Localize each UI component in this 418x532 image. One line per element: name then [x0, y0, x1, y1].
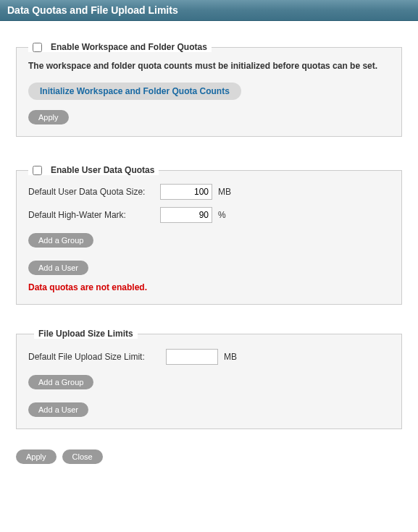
high-water-input[interactable]: [160, 207, 212, 223]
upload-add-user-button[interactable]: Add a User: [28, 402, 88, 417]
high-water-row: Default High-Water Mark: %: [28, 207, 390, 223]
workspace-info-text: The workspace and folder quota counts mu…: [28, 61, 390, 71]
quota-size-row: Default User Data Quota Size: MB: [28, 184, 390, 200]
workspace-panel-title: Enable Workspace and Folder Quotas: [51, 42, 207, 52]
user-quota-panel: Enable User Data Quotas Default User Dat…: [16, 170, 402, 305]
user-panel-title: Enable User Data Quotas: [51, 165, 154, 175]
workspace-quota-panel: Enable Workspace and Folder Quotas The w…: [16, 47, 402, 137]
page-header: Data Quotas and File Upload Limits: [0, 0, 418, 21]
quota-size-label: Default User Data Quota Size:: [28, 187, 160, 197]
high-water-label: Default High-Water Mark:: [28, 210, 160, 220]
upload-add-group-button[interactable]: Add a Group: [28, 375, 93, 389]
workspace-panel-header: Enable Workspace and Folder Quotas: [28, 42, 390, 52]
footer-apply-button[interactable]: Apply: [16, 449, 57, 464]
upload-limit-row: Default File Upload Size Limit: MB: [28, 349, 390, 365]
content-area: Enable Workspace and Folder Quotas The w…: [0, 21, 418, 477]
footer-buttons: Apply Close: [16, 449, 402, 464]
page-title: Data Quotas and File Upload Limits: [7, 4, 178, 16]
upload-limit-input[interactable]: [166, 349, 218, 365]
user-add-user-button[interactable]: Add a User: [28, 261, 88, 275]
footer-close-button[interactable]: Close: [62, 449, 103, 464]
enable-workspace-quota-checkbox[interactable]: [33, 43, 42, 52]
upload-limits-panel: File Upload Size Limits Default File Upl…: [16, 334, 402, 429]
quota-size-unit: MB: [218, 187, 231, 197]
workspace-apply-button[interactable]: Apply: [28, 110, 69, 124]
high-water-unit: %: [218, 210, 226, 220]
upload-limit-unit: MB: [224, 352, 237, 362]
user-panel-header: Enable User Data Quotas: [28, 165, 390, 175]
quota-size-input[interactable]: [160, 184, 212, 200]
user-quota-error-text: Data quotas are not enabled.: [28, 282, 390, 292]
enable-user-quota-checkbox[interactable]: [33, 166, 42, 175]
user-add-group-button[interactable]: Add a Group: [28, 233, 93, 248]
upload-panel-title: File Upload Size Limits: [34, 329, 138, 339]
initialize-quota-counts-button[interactable]: Initialize Workspace and Folder Quota Co…: [28, 83, 241, 100]
upload-panel-header: File Upload Size Limits: [34, 329, 390, 339]
upload-limit-label: Default File Upload Size Limit:: [28, 352, 166, 362]
